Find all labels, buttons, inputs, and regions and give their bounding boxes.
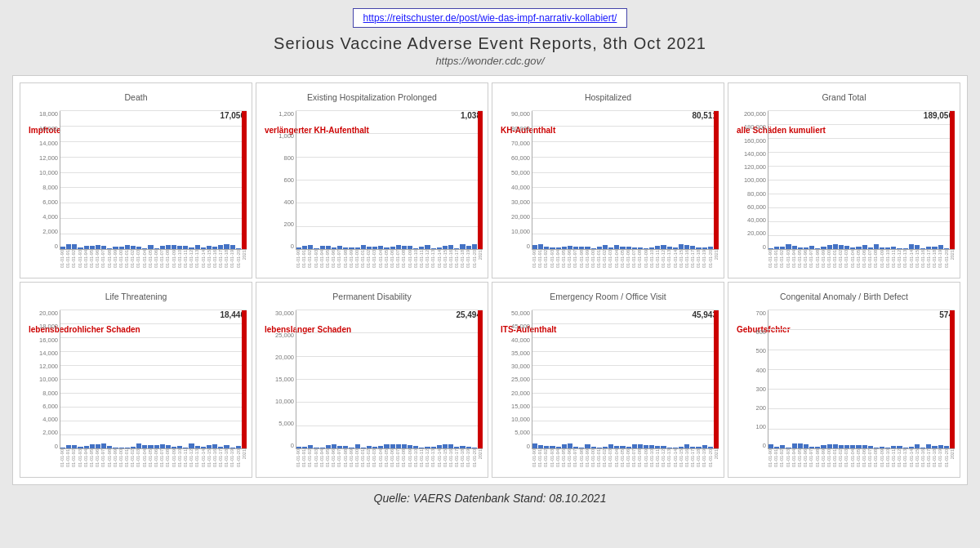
bar-emergency_room-7: [573, 447, 578, 448]
bar-existing_hosp-10: [355, 247, 360, 249]
bar-permanent_disability-15: [384, 444, 389, 448]
bar-death-7: [101, 246, 106, 249]
bar-permanent_disability-13: [372, 447, 377, 448]
bar-life_threatening-24: [201, 447, 206, 448]
bar-life_threatening-19: [172, 447, 176, 448]
bar-emergency_room-20: [649, 445, 654, 448]
bar-life_threatening-10: [119, 448, 124, 448]
bar-congenital-8: [815, 447, 820, 448]
chart-title-grand_total: Grand Total: [733, 87, 955, 109]
chart-title-life_threatening: Life Threatening: [25, 286, 247, 309]
bar-permanent_disability-1: [302, 447, 307, 448]
chart-area-emergency_room: 45,943ITS-Aufenthalt50,00045,00040,00035…: [497, 310, 719, 474]
bar-hospitalized-20: [649, 247, 654, 249]
bar-final-emergency_room: [714, 310, 719, 448]
y-axis-permanent_disability: 30,00025,00020,00015,00010,0005,0000: [261, 310, 294, 449]
bar-hospitalized-29: [702, 247, 707, 249]
bar-permanent_disability-0: [296, 447, 301, 448]
bar-existing_hosp-22: [425, 245, 430, 249]
bar-hospitalized-6: [568, 246, 572, 249]
bar-permanent_disability-24: [437, 445, 442, 448]
bar-permanent_disability-11: [361, 448, 366, 448]
bar-permanent_disability-27: [454, 447, 459, 448]
bar-grand_total-2: [780, 247, 785, 249]
y-axis-hospitalized: 90,00080,00070,00060,00050,00040,00030,0…: [497, 111, 530, 250]
bar-death-21: [183, 246, 188, 249]
bar-emergency_room-25: [679, 447, 684, 448]
bar-congenital-10: [827, 444, 832, 448]
bar-permanent_disability-12: [367, 446, 372, 448]
bar-death-28: [224, 244, 229, 249]
chart-area-permanent_disability: 25,494lebenslanger Schaden30,00025,00020…: [261, 310, 483, 474]
bar-life_threatening-7: [101, 443, 106, 448]
bar-congenital-17: [868, 446, 873, 448]
bar-area-grand_total: [768, 111, 955, 250]
bar-grand_total-0: [768, 248, 773, 249]
bar-permanent_disability-10: [355, 444, 360, 448]
bar-congenital-11: [833, 444, 838, 448]
bar-hospitalized-4: [556, 247, 561, 249]
bar-life_threatening-9: [113, 448, 118, 448]
url-bar[interactable]: https://reitschuster.de/post/wie-das-imp…: [353, 8, 628, 28]
bar-grand_total-3: [786, 244, 791, 249]
chart-congenital: Congenital Anomaly / Birth Defect574Gebu…: [728, 282, 960, 478]
page-title: Serious Vaccine Adverse Event Reports, 8…: [274, 34, 706, 53]
bar-life_threatening-30: [236, 446, 241, 448]
bar-existing_hosp-23: [431, 248, 436, 249]
bar-final-congenital: [950, 310, 955, 448]
chart-grand_total: Grand Total189,056alle Schäden kumuliert…: [728, 82, 960, 278]
bar-death-2: [72, 244, 77, 249]
bar-death-20: [177, 246, 182, 249]
bar-grand_total-15: [856, 247, 861, 249]
bar-hospitalized-15: [620, 247, 625, 249]
bar-death-23: [195, 245, 200, 249]
bar-area-life_threatening: [60, 310, 247, 449]
bar-emergency_room-26: [684, 444, 689, 448]
y-axis-life_threatening: 20,00018,00016,00014,00012,00010,0008,00…: [25, 310, 58, 449]
chart-area-hospitalized: 80,511KH-Aufenthalt90,00080,00070,00060,…: [497, 111, 719, 274]
bar-permanent_disability-20: [413, 446, 418, 448]
bar-existing_hosp-9: [349, 247, 354, 249]
bar-emergency_room-19: [644, 445, 648, 448]
bar-grand_total-24: [909, 244, 914, 249]
bar-congenital-18: [874, 448, 879, 448]
bar-existing_hosp-6: [332, 247, 336, 249]
bar-grand_total-28: [932, 247, 937, 249]
bar-emergency_room-15: [620, 446, 625, 448]
bar-life_threatening-23: [195, 446, 200, 448]
bar-existing_hosp-18: [402, 246, 407, 249]
bar-congenital-4: [792, 443, 797, 448]
bar-congenital-9: [821, 445, 826, 448]
y-axis-emergency_room: 50,00045,00040,00035,00030,00025,00020,0…: [497, 310, 530, 449]
bar-death-26: [212, 247, 217, 249]
bar-grand_total-25: [915, 245, 920, 249]
bar-life_threatening-21: [183, 448, 188, 448]
bar-congenital-5: [798, 443, 803, 448]
bar-life_threatening-2: [72, 445, 77, 448]
bar-congenital-26: [920, 448, 925, 448]
bar-existing_hosp-13: [372, 247, 377, 249]
bar-permanent_disability-4: [320, 448, 325, 448]
bar-death-18: [166, 245, 171, 249]
bar-existing_hosp-8: [343, 247, 348, 249]
bar-emergency_room-8: [579, 448, 584, 448]
bar-emergency_room-10: [591, 447, 596, 448]
bar-congenital-0: [768, 444, 773, 448]
charts-container: Death17,056Impftote18,00016,00014,00012,…: [12, 75, 968, 485]
bar-grand_total-16: [862, 245, 867, 249]
bar-life_threatening-11: [125, 448, 130, 448]
bar-life_threatening-29: [230, 448, 235, 448]
bar-permanent_disability-19: [408, 445, 412, 448]
bar-existing_hosp-15: [384, 247, 389, 250]
bar-emergency_room-6: [568, 443, 572, 448]
bar-life_threatening-22: [189, 443, 194, 448]
bar-death-10: [119, 247, 124, 249]
bar-hospitalized-7: [573, 247, 578, 249]
bar-congenital-24: [909, 447, 914, 448]
bar-life_threatening-15: [148, 445, 153, 448]
bar-permanent_disability-26: [448, 444, 453, 448]
bar-death-19: [172, 245, 176, 249]
bar-emergency_room-27: [690, 447, 695, 448]
bar-grand_total-8: [815, 248, 820, 249]
bar-grand_total-4: [792, 246, 797, 249]
